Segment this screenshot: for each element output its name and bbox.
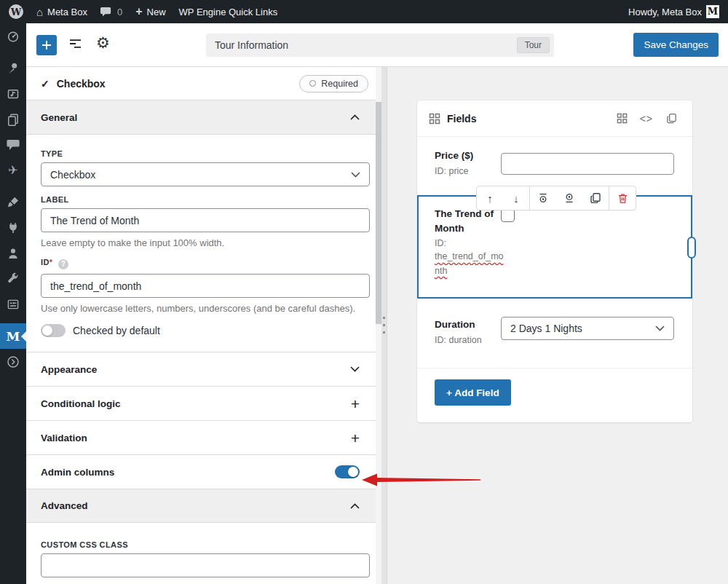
wp-engine-quick-links[interactable]: WP Engine Quick Links <box>179 7 278 17</box>
field-type-title: Checkbox <box>57 78 106 90</box>
chevron-down-icon <box>350 366 360 372</box>
collapse-icon <box>6 355 20 369</box>
move-down-button[interactable]: ↓ <box>503 186 529 210</box>
duplicate-field-button[interactable] <box>582 186 609 210</box>
list-view-button[interactable] <box>68 37 83 52</box>
menu-appearance[interactable] <box>0 189 26 215</box>
resize-grip-icon <box>383 317 385 334</box>
help-icon[interactable]: ? <box>58 259 68 269</box>
id-label-text: ID <box>41 258 50 267</box>
comments-menu[interactable]: 0 <box>100 7 122 17</box>
site-menu[interactable]: ⌂ Meta Box <box>36 7 87 17</box>
comments-icon <box>7 138 20 151</box>
label-label: LABEL <box>41 195 370 204</box>
annotation-arrow <box>360 472 482 488</box>
chevron-down-icon <box>655 325 665 331</box>
site-name: Meta Box <box>47 7 87 17</box>
comment-bubble-icon <box>100 7 113 17</box>
checked-by-default-toggle[interactable] <box>41 324 66 337</box>
pushpin-icon <box>6 61 20 76</box>
fields-preview-card: Fields <> Price ($) ID: price ↑ ↓ <box>417 100 692 422</box>
id-input[interactable] <box>41 274 370 298</box>
toggle-knob <box>348 467 358 477</box>
toggle-knob <box>42 325 52 336</box>
menu-pages[interactable] <box>0 106 26 132</box>
duration-field-id: ID: duration <box>435 334 482 347</box>
type-select[interactable]: Checkbox <box>41 162 370 186</box>
chevron-up-icon <box>350 503 360 509</box>
menu-posts[interactable] <box>0 55 26 81</box>
menu-tours[interactable]: ✈ <box>0 157 26 183</box>
insert-before-button[interactable] <box>530 186 556 210</box>
selected-field-checkbox[interactable]: The Trend of Month ID: the_trend_of_mont… <box>417 195 692 299</box>
meta-box-icon: M <box>7 329 20 344</box>
advanced-section-body: CUSTOM CSS CLASS <box>26 523 376 577</box>
field-group-title-input[interactable] <box>215 39 517 51</box>
id-help-text: Use only lowercase letters, numbers, und… <box>41 303 370 314</box>
wrench-icon <box>6 272 20 286</box>
move-up-button[interactable]: ↑ <box>477 186 503 210</box>
label-input[interactable] <box>41 208 370 232</box>
grid-view-button[interactable] <box>614 110 630 127</box>
paintbrush-icon <box>6 195 20 210</box>
price-field-input[interactable] <box>501 153 674 175</box>
save-changes-button[interactable]: Save Changes <box>633 33 719 57</box>
section-general[interactable]: General <box>26 100 376 135</box>
howdy-label: Howdy, Meta Box <box>628 7 702 17</box>
field-actions-toolbar: ↑ ↓ <box>476 186 636 210</box>
delete-field-button[interactable] <box>609 186 636 210</box>
post-type-tag: Tour <box>517 37 550 53</box>
field-group-title-wrapper: Tour <box>206 33 554 57</box>
menu-settings[interactable] <box>0 291 26 317</box>
card-divider <box>417 368 692 368</box>
insert-after-button[interactable] <box>556 186 582 210</box>
account-menu[interactable]: Howdy, Meta Box M <box>628 5 719 18</box>
section-appearance[interactable]: Appearance <box>26 352 376 386</box>
pages-icon <box>6 112 20 127</box>
menu-dashboard[interactable] <box>0 23 26 49</box>
field-settings-panel: ✓ Checkbox Required General TYPE Checkbo… <box>26 67 376 584</box>
field-settings-header: ✓ Checkbox Required <box>26 67 376 100</box>
panel-scrollbar[interactable] <box>376 67 381 584</box>
trash-icon <box>617 192 629 205</box>
scrollbar-thumb[interactable] <box>376 102 381 324</box>
field-width-resize-handle[interactable] <box>687 237 696 259</box>
duration-select[interactable]: 2 Days 1 Nights <box>501 317 674 340</box>
section-general-label: General <box>41 112 77 123</box>
new-content-menu[interactable]: + New <box>135 6 165 17</box>
collapse-menu-button[interactable] <box>0 349 26 374</box>
checkmark-icon: ✓ <box>41 78 50 90</box>
code-view-button[interactable]: <> <box>637 110 656 127</box>
wordpress-logo-icon[interactable]: W <box>9 4 23 19</box>
duplicate-group-button[interactable] <box>662 109 681 127</box>
section-validation[interactable]: Validation + <box>26 420 376 454</box>
menu-plugins[interactable] <box>0 215 26 240</box>
section-conditional-logic[interactable]: Conditional logic + <box>26 386 376 420</box>
settings-gear-button[interactable]: ⚙ <box>96 34 110 52</box>
admin-columns-row: Admin columns <box>26 454 376 489</box>
menu-tools[interactable] <box>0 266 26 291</box>
custom-css-class-input[interactable] <box>41 553 370 577</box>
panel-resize-divider[interactable] <box>381 67 387 584</box>
required-label: Required <box>321 79 358 89</box>
inserter-add-button[interactable] <box>36 35 57 55</box>
chevron-up-icon <box>350 114 360 120</box>
menu-comments[interactable] <box>0 132 26 157</box>
admin-columns-label: Admin columns <box>41 467 114 478</box>
insert-before-icon <box>537 192 550 205</box>
menu-users[interactable] <box>0 240 26 266</box>
admin-columns-toggle[interactable] <box>335 465 360 478</box>
copy-icon <box>589 192 602 205</box>
required-toggle[interactable]: Required <box>299 75 368 92</box>
add-field-button[interactable]: + Add Field <box>435 379 511 406</box>
section-advanced[interactable]: Advanced <box>26 489 376 523</box>
grid-icon <box>617 113 628 124</box>
new-label: New <box>147 7 166 17</box>
duration-field-label: Duration <box>435 317 475 332</box>
section-validation-label: Validation <box>41 433 87 443</box>
menu-meta-box-active[interactable]: M <box>0 323 26 349</box>
code-icon: <> <box>640 113 653 125</box>
menu-media[interactable] <box>0 81 26 106</box>
comments-count: 0 <box>117 7 122 17</box>
insert-after-icon <box>563 192 576 205</box>
